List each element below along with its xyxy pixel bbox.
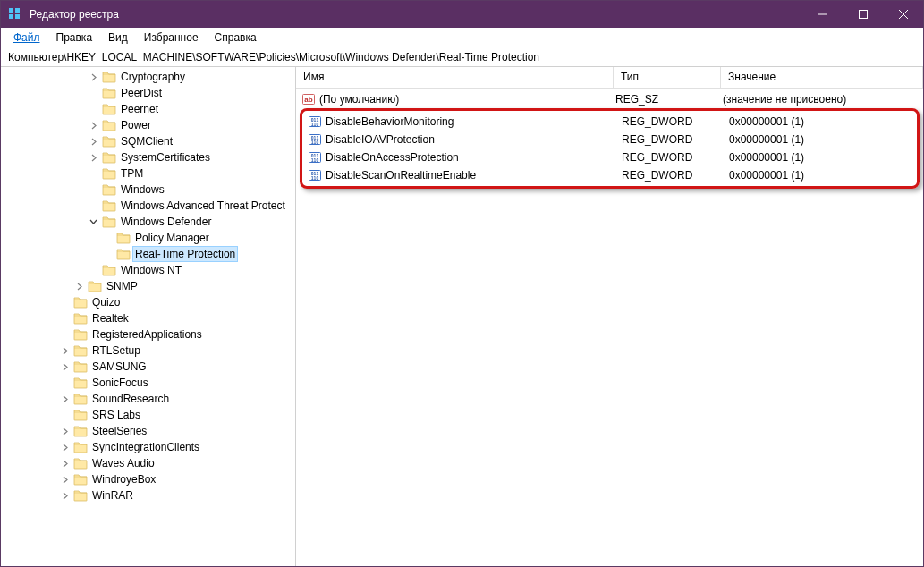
list-row[interactable]: 011110DisableIOAVProtectionREG_DWORD0x00…	[302, 131, 917, 148]
tree-item[interactable]: Waves Audio	[1, 455, 295, 471]
value-type: REG_DWORD	[622, 115, 729, 128]
tree-label: Cryptography	[119, 70, 187, 84]
titlebar: Редактор реестра	[1, 1, 923, 28]
tree-item[interactable]: TPM	[1, 165, 295, 182]
list-body: ab(По умолчанию)REG_SZ(значение не присв…	[296, 89, 923, 190]
tree-item[interactable]: Windows	[1, 182, 295, 198]
header-value[interactable]: Значение	[721, 67, 923, 88]
tree-item[interactable]: Peernet	[1, 101, 295, 117]
chevron-right-icon[interactable]	[58, 425, 71, 437]
menu-item-избранное[interactable]: Избранное	[137, 30, 206, 46]
registry-editor-window: Редактор реестра ФайлПравкаВидИзбранноеС…	[0, 0, 924, 567]
folder-icon	[73, 393, 88, 405]
tree-scroll[interactable]: CryptographyPeerDistPeernetPowerSQMClien…	[1, 67, 295, 566]
folder-icon	[102, 135, 116, 148]
folder-icon	[73, 409, 88, 421]
tree-label: WindroyeBox	[90, 472, 157, 487]
tree-item[interactable]: SAMSUNG	[1, 359, 295, 375]
folder-icon	[73, 360, 88, 373]
folder-icon	[73, 489, 88, 502]
tree-item[interactable]: Windows NT	[1, 262, 295, 278]
chevron-down-icon[interactable]	[87, 216, 99, 228]
menu-item-файл[interactable]: Файл	[6, 30, 47, 46]
tree-item[interactable]: SRS Labs	[1, 407, 295, 423]
tree-item[interactable]: SteelSeries	[1, 423, 295, 439]
value-data: 0x00000001 (1)	[729, 169, 917, 182]
tree-label: SonicFocus	[90, 376, 150, 390]
close-button[interactable]	[883, 1, 923, 28]
tree-item[interactable]: SonicFocus	[1, 375, 295, 391]
svg-text:ab: ab	[304, 96, 312, 104]
tree-label: SQMClient	[119, 134, 174, 148]
list-row[interactable]: 011110DisableOnAccessProtectionREG_DWORD…	[302, 148, 917, 166]
svg-rect-0	[9, 8, 13, 13]
minimize-button[interactable]	[802, 1, 843, 28]
tree-item[interactable]: Cryptography	[1, 69, 295, 85]
chevron-right-icon[interactable]	[58, 393, 71, 405]
chevron-right-icon[interactable]	[58, 489, 71, 502]
path-text: Компьютер\HKEY_LOCAL_MACHINE\SOFTWARE\Po…	[8, 51, 539, 63]
chevron-right-icon[interactable]	[87, 71, 99, 83]
tree-label: Quizo	[90, 295, 122, 309]
value-name: DisableOnAccessProtection	[326, 151, 622, 164]
tree-item[interactable]: Windows Defender	[1, 214, 295, 230]
list-row[interactable]: 011110DisableBehaviorMonitoringREG_DWORD…	[302, 113, 917, 131]
svg-rect-3	[15, 14, 20, 19]
tree-item[interactable]: SNMP	[1, 278, 295, 294]
tree-item[interactable]: Windows Advanced Threat Protect	[1, 198, 295, 214]
pathbar[interactable]: Компьютер\HKEY_LOCAL_MACHINE\SOFTWARE\Po…	[1, 47, 923, 67]
chevron-right-icon[interactable]	[58, 457, 71, 470]
tree-label: RTLSetup	[90, 343, 142, 358]
menubar: ФайлПравкаВидИзбранноеСправка	[1, 28, 923, 47]
value-name: DisableBehaviorMonitoring	[326, 115, 622, 128]
folder-icon	[102, 119, 116, 131]
tree-item[interactable]: Real-Time Protection	[1, 246, 295, 262]
tree-item[interactable]: Realtek	[1, 310, 295, 326]
tree-item[interactable]: RegisteredApplications	[1, 326, 295, 343]
menu-item-вид[interactable]: Вид	[101, 30, 135, 46]
chevron-right-icon[interactable]	[87, 151, 99, 164]
menu-item-справка[interactable]: Справка	[208, 30, 264, 46]
list-row[interactable]: 011110DisableScanOnRealtimeEnableREG_DWO…	[302, 166, 917, 184]
window-title: Редактор реестра	[30, 8, 802, 21]
tree-label: SRS Labs	[90, 408, 142, 422]
folder-icon	[102, 151, 116, 164]
tree-item[interactable]: Power	[1, 117, 295, 133]
list-row[interactable]: ab(По умолчанию)REG_SZ(значение не присв…	[296, 90, 923, 108]
chevron-right-icon[interactable]	[87, 135, 99, 148]
tree-label: RegisteredApplications	[90, 327, 204, 342]
tree-item[interactable]: WinRAR	[1, 487, 295, 504]
chevron-right-icon[interactable]	[87, 119, 99, 131]
value-type: REG_DWORD	[622, 151, 729, 164]
folder-icon	[102, 264, 116, 276]
tree-item[interactable]: SoundResearch	[1, 391, 295, 407]
tree-panel: CryptographyPeerDistPeernetPowerSQMClien…	[1, 67, 296, 566]
folder-icon	[102, 71, 116, 83]
folder-icon	[116, 232, 131, 244]
tree-label: WinRAR	[90, 488, 135, 503]
chevron-right-icon[interactable]	[58, 473, 71, 486]
dword-value-icon: 011110	[308, 168, 322, 182]
tree-label: Realtek	[90, 311, 131, 326]
tree-item[interactable]: RTLSetup	[1, 343, 295, 359]
tree-item[interactable]: WindroyeBox	[1, 471, 295, 487]
chevron-right-icon[interactable]	[58, 441, 71, 453]
value-name: DisableScanOnRealtimeEnable	[326, 169, 622, 182]
chevron-right-icon[interactable]	[58, 344, 71, 357]
tree-item[interactable]: SyncIntegrationClients	[1, 439, 295, 455]
header-type[interactable]: Тип	[614, 67, 721, 88]
maximize-button[interactable]	[843, 1, 883, 28]
chevron-right-icon[interactable]	[72, 280, 85, 292]
tree-label: SoundResearch	[90, 392, 171, 406]
chevron-right-icon[interactable]	[58, 360, 71, 373]
tree-item[interactable]: Policy Manager	[1, 230, 295, 246]
folder-icon	[102, 167, 116, 180]
tree-item[interactable]: PeerDist	[1, 85, 295, 101]
menu-item-правка[interactable]: Правка	[49, 30, 100, 46]
list-header: Имя Тип Значение	[296, 67, 923, 89]
tree-item[interactable]: SystemCertificates	[1, 149, 295, 165]
header-name[interactable]: Имя	[296, 67, 614, 88]
tree-item[interactable]: SQMClient	[1, 133, 295, 149]
tree-item[interactable]: Quizo	[1, 294, 295, 310]
value-type: REG_SZ	[615, 93, 723, 106]
